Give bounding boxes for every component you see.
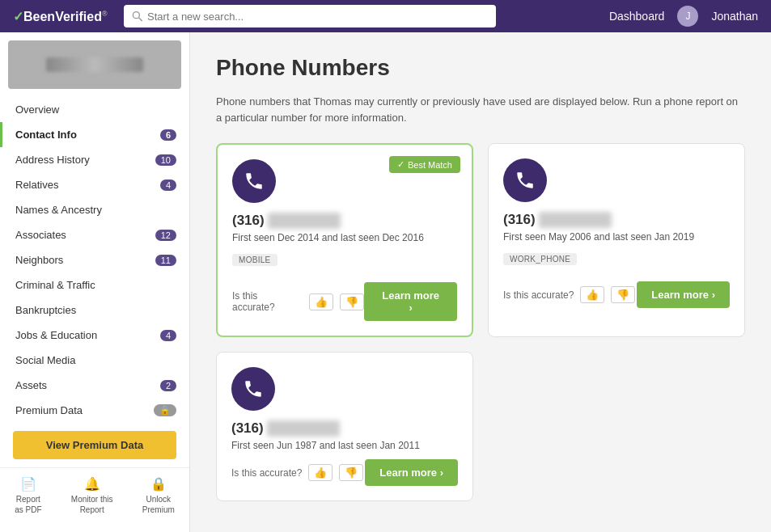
best-match-badge: ✓Best Match [389,156,460,173]
phone-cards-grid: ✓Best Match (316) ███-████ First seen De… [216,143,745,501]
report-pdf-button[interactable]: 📄 Reportas PDF [15,476,41,515]
search-input[interactable] [147,11,488,23]
lock-icon: 🔒 [150,476,167,492]
thumbs-down-button[interactable]: 👎 [340,293,364,310]
search-icon [132,11,142,22]
sidebar-item-label: Associates [15,229,66,241]
phone-blurred: ███-████ [268,213,341,229]
avatar: J [677,6,698,27]
sidebar-item-jobs-education[interactable]: Jobs & Education4 [0,323,189,348]
logo-text: ✓BeenVerified® [13,9,108,24]
thumbs-down-button[interactable]: 👎 [611,286,635,303]
sidebar-item-address-history[interactable]: Address History10 [0,147,189,172]
report-pdf-label: Reportas PDF [15,494,41,515]
sidebar-item-neighbors[interactable]: Neighbors11 [0,247,189,272]
phone-icon-circle [231,367,275,411]
sidebar-item-label: Bankruptcies [15,304,76,316]
sidebar-item-label: Neighbors [15,254,63,266]
sidebar-badge: 6 [160,129,176,141]
card-footer: Is this accurate? 👍 👎 Learn more › [231,459,458,486]
phone-number: (316) ███-████ [503,212,730,228]
phone-prefix: (316) [503,212,539,227]
sidebar-item-relatives[interactable]: Relatives4 [0,172,189,197]
sidebar-item-criminal-traffic[interactable]: Criminal & Traffic [0,272,189,298]
pdf-icon: 📄 [20,476,36,492]
profile-banner [8,40,181,89]
card-footer: Is this accurate? 👍 👎 Learn more › [232,282,457,321]
phone-dates: First seen Jun 1987 and last seen Jan 20… [231,440,458,451]
learn-more-button[interactable]: Learn more › [365,459,458,486]
phone-card-2: (316) ███-████ First seen May 2006 and l… [488,143,745,337]
sidebar-item-label: Relatives [15,179,58,191]
profile-image-blurred [46,57,143,72]
sidebar-item-contact-info[interactable]: Contact Info6 [0,122,189,147]
sidebar-item-bankruptcies[interactable]: Bankruptcies [0,298,189,323]
monitor-report-label: Monitor thisReport [71,494,113,515]
card-footer: Is this accurate? 👍 👎 Learn more › [503,281,730,308]
view-premium-button[interactable]: View Premium Data [13,431,176,459]
monitor-icon: 🔔 [84,476,100,492]
sidebar-item-label: Jobs & Education [15,329,97,341]
accurate-section: Is this accurate? 👍 👎 [232,290,364,313]
phone-number: (316) ███-████ [232,213,457,229]
unlock-premium-button[interactable]: 🔒 UnlockPremium [142,476,175,515]
thumbs-up-button[interactable]: 👍 [308,464,333,481]
thumbs-up-button[interactable]: 👍 [580,286,604,303]
sidebar-item-assets[interactable]: Assets2 [0,373,189,398]
thumbs-down-button[interactable]: 👎 [339,464,363,481]
phone-dates: First seen Dec 2014 and last seen Dec 20… [232,232,457,243]
accurate-label: Is this accurate? [232,290,303,313]
phone-card-3: (316) ███-████ First seen Jun 1987 and l… [216,352,473,501]
phone-prefix: (316) [232,213,268,228]
sidebar-badge: 11 [155,255,176,266]
user-name[interactable]: Jonathan [711,10,758,23]
sidebar-item-overview[interactable]: Overview [0,97,189,122]
phone-blurred: ███-████ [539,212,612,228]
learn-more-button[interactable]: Learn more › [364,282,457,321]
sidebar-item-label: Premium Data [15,404,83,416]
sidebar-item-label: Names & Ancestry [15,204,102,216]
sidebar-badge: 10 [155,154,176,166]
unlock-premium-label: UnlockPremium [142,494,175,515]
header-right: Dashboard J Jonathan [609,6,758,27]
sidebar-badge: 2 [160,380,176,391]
phone-type-badge: WORK_PHONE [503,253,577,265]
dashboard-link[interactable]: Dashboard [609,10,665,23]
sidebar-item-premium-data[interactable]: Premium Data🔒 [0,398,189,423]
sidebar-badge: 4 [160,179,176,191]
sidebar-item-label: Assets [15,379,47,391]
sidebar: OverviewContact Info6Address History10Re… [0,32,190,532]
phone-dates: First seen May 2006 and last seen Jan 20… [503,231,730,243]
learn-more-button[interactable]: Learn more › [637,281,730,308]
thumbs-up-button[interactable]: 👍 [309,293,333,310]
search-bar[interactable] [124,5,496,27]
sidebar-item-social-media[interactable]: Social Media [0,348,189,373]
phone-type-badge: MOBILE [232,254,277,266]
sidebar-item-label: Criminal & Traffic [15,279,95,291]
page-description: Phone numbers that Thomas may currently … [216,94,745,125]
sidebar-item-label: Address History [15,154,90,166]
phone-icon-circle [232,159,276,203]
accurate-label: Is this accurate? [503,289,574,301]
sidebar-item-label: Contact Info [15,129,77,141]
page-title: Phone Numbers [216,55,745,81]
sidebar-item-label: Overview [15,103,59,116]
logo-area: ✓BeenVerified® [13,9,108,24]
sidebar-badge: 4 [160,330,176,341]
sidebar-item-associates[interactable]: Associates12 [0,222,189,247]
sidebar-item-names-ancestry[interactable]: Names & Ancestry [0,197,189,222]
svg-point-0 [133,12,139,19]
accurate-section: Is this accurate? 👍 👎 [503,286,635,303]
sidebar-item-label: Social Media [15,354,75,366]
sidebar-badge: 🔒 [154,404,176,416]
sidebar-footer: 📄 Reportas PDF 🔔 Monitor thisReport 🔒 Un… [0,467,189,520]
main-content: Phone Numbers Phone numbers that Thomas … [190,32,771,532]
svg-line-1 [138,18,142,21]
phone-card-1: ✓Best Match (316) ███-████ First seen De… [216,143,473,337]
accurate-section: Is this accurate? 👍 👎 [231,464,363,481]
monitor-report-button[interactable]: 🔔 Monitor thisReport [71,476,113,515]
phone-blurred: ███-████ [267,420,340,437]
main-layout: OverviewContact Info6Address History10Re… [0,32,771,532]
accurate-label: Is this accurate? [231,467,302,479]
phone-icon-circle [503,158,547,202]
